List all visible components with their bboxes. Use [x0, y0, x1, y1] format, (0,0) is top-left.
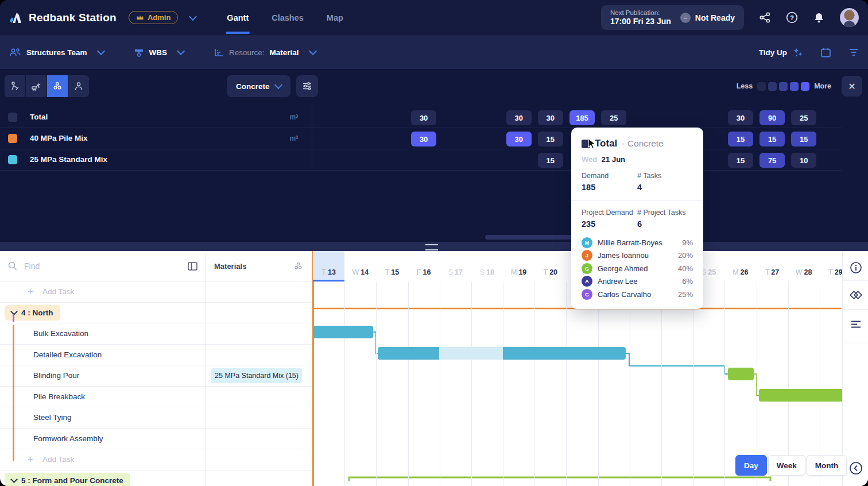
filter-icon[interactable]: [848, 48, 859, 56]
project-title: Redbank Station: [29, 11, 117, 24]
timescale-week-button[interactable]: Week: [768, 455, 805, 476]
dependencies-button[interactable]: [843, 290, 868, 300]
materials-column-header: Materials: [206, 251, 312, 281]
info-button[interactable]: [843, 261, 868, 274]
resource-view-toggle-group: [5, 75, 89, 97]
resource-name: 40 MPa Pile Mix: [30, 134, 88, 142]
resource-swatch: [8, 134, 17, 143]
group-chevron-icon[interactable]: [10, 476, 18, 483]
calendar-icon[interactable]: [820, 47, 831, 58]
resource-selector[interactable]: Resource: Material: [214, 48, 316, 57]
team-selector[interactable]: Structures Team: [9, 48, 104, 57]
demand-cell[interactable]: 10: [791, 153, 816, 168]
tab-clashes[interactable]: Clashes: [272, 0, 304, 36]
resource-swatch: [8, 155, 17, 164]
demand-cell[interactable]: 15: [538, 153, 563, 168]
grid-line: [598, 281, 599, 486]
resource-unit: m³: [290, 113, 300, 121]
user-avatar[interactable]: [840, 8, 859, 27]
column-settings-icon[interactable]: [188, 262, 197, 271]
labour-view-toggle[interactable]: [5, 75, 25, 97]
material-assignment-chip[interactable]: 25 MPa Standard Mix (15): [211, 368, 302, 383]
demand-label: Demand: [582, 172, 637, 180]
material-filter-dropdown[interactable]: Concrete: [227, 75, 290, 97]
add-task-row[interactable]: +Add Task: [0, 281, 312, 303]
grid-line: [344, 281, 345, 486]
tooltip-header: Total - Concrete: [582, 138, 693, 149]
notifications-bell-icon[interactable]: [813, 12, 824, 24]
demand-cell[interactable]: 30: [506, 110, 532, 125]
grid-line: [471, 281, 472, 486]
link-diamonds-icon: [849, 290, 863, 300]
task-row[interactable]: Steel Tying: [0, 407, 312, 429]
demand-cell[interactable]: 15: [760, 132, 785, 146]
demand-cell[interactable]: 15: [728, 153, 753, 168]
tasks-value: 4: [637, 183, 693, 192]
find-input[interactable]: [23, 261, 182, 271]
tooltip-person-row: GGeorge Ahmed40%: [582, 262, 693, 275]
task-row[interactable]: Pile Breakback: [0, 387, 312, 408]
gantt-bar[interactable]: [759, 389, 842, 402]
plant-view-toggle[interactable]: [26, 75, 46, 97]
demand-cell[interactable]: 30: [538, 110, 563, 125]
gantt-bar[interactable]: [313, 326, 373, 338]
legend-step-4: [790, 82, 799, 91]
search-icon: [8, 261, 17, 271]
demand-cell[interactable]: 15: [791, 132, 816, 146]
demand-cell[interactable]: 15: [728, 132, 753, 146]
gantt-bar[interactable]: [728, 368, 754, 380]
demand-cell[interactable]: 75: [760, 153, 785, 168]
demand-cell[interactable]: 30: [506, 132, 532, 146]
grid-line: [693, 281, 693, 486]
demand-cell[interactable]: 25: [791, 110, 816, 125]
wbs-selector[interactable]: WBS: [134, 48, 184, 57]
group-header-row[interactable]: 4 : North: [0, 303, 312, 324]
task-name: Bulk Excavation: [33, 329, 88, 338]
demand-cell[interactable]: 90: [760, 110, 785, 125]
day-header-F16: F16: [408, 251, 440, 281]
split-drag-handle[interactable]: [425, 244, 438, 250]
notes-button[interactable]: [843, 320, 868, 329]
resource-row: 25 MPa Standard Mix: [0, 149, 842, 171]
resource-unit: m³: [290, 134, 300, 142]
materials-view-toggle[interactable]: [47, 75, 68, 97]
task-row[interactable]: Detailed Excavation: [0, 345, 312, 366]
task-row[interactable]: Blinding Pour25 MPa Standard Mix (15): [0, 365, 312, 387]
day-header-S18: S18: [471, 251, 503, 281]
demand-cell[interactable]: 25: [601, 110, 626, 125]
sliders-icon: [302, 82, 312, 91]
resource-settings-button[interactable]: [296, 75, 318, 97]
team-chevron-icon: [96, 47, 104, 55]
share-icon[interactable]: [760, 12, 770, 23]
legend-more-label: More: [814, 82, 831, 90]
day-header-W14: W14: [344, 251, 376, 281]
day-header-T29: T29: [820, 251, 842, 281]
tab-gantt[interactable]: Gantt: [227, 0, 249, 36]
timescale-month-button[interactable]: Month: [807, 455, 847, 476]
group-header-row[interactable]: 5 : Form and Pour Concrete: [0, 470, 312, 486]
demand-cell[interactable]: 185: [569, 110, 595, 125]
tidy-up-button[interactable]: Tidy Up: [759, 47, 803, 57]
right-rail: [842, 251, 868, 486]
demand-cell[interactable]: 30: [411, 110, 436, 125]
status-minus-icon: –: [680, 13, 691, 23]
find-row: [0, 251, 206, 281]
brand: Redbank Station Admin: [9, 11, 196, 24]
plant-icon: [31, 81, 41, 91]
project-tasks-value: 6: [637, 219, 693, 229]
task-list: +Add Task4 : NorthBulk ExcavationDetaile…: [0, 281, 312, 486]
close-panel-button[interactable]: ✕: [842, 76, 862, 97]
demand-cell[interactable]: 15: [538, 132, 563, 146]
staff-view-toggle[interactable]: [68, 75, 89, 97]
add-task-row[interactable]: +Add Task: [0, 449, 312, 470]
next-publication-pill[interactable]: Next Publication: 17:00 Fri 23 Jun – Not…: [601, 5, 744, 30]
task-row[interactable]: Bulk Excavation: [0, 323, 312, 345]
demand-cell[interactable]: 30: [411, 132, 436, 146]
gantt-bar[interactable]: [378, 347, 626, 360]
project-dropdown-chevron-icon[interactable]: [189, 12, 197, 20]
timescale-day-button[interactable]: Day: [735, 455, 767, 476]
help-icon[interactable]: ?: [786, 11, 798, 24]
demand-cell[interactable]: 30: [728, 110, 753, 125]
task-row[interactable]: Formwork Assembly: [0, 429, 312, 450]
tab-map[interactable]: Map: [327, 0, 343, 36]
